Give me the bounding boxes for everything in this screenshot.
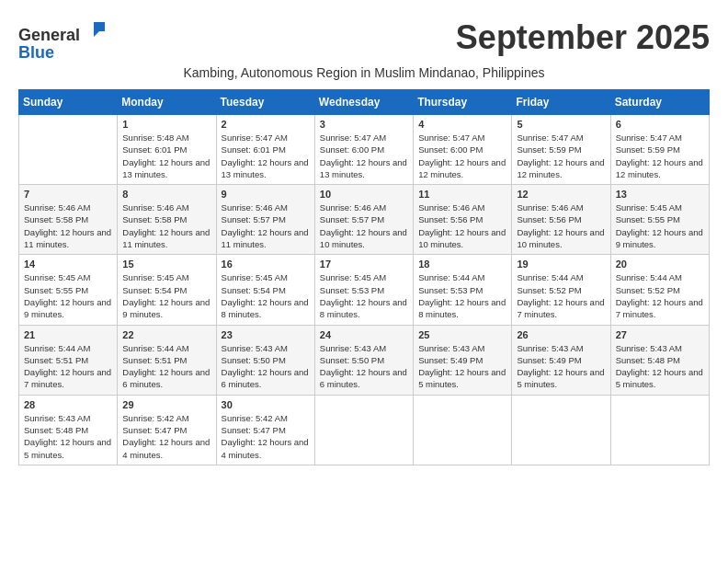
day-info: Sunrise: 5:44 AMSunset: 5:51 PMDaylight:… xyxy=(24,342,112,391)
day-info: Sunrise: 5:47 AMSunset: 6:00 PMDaylight:… xyxy=(320,132,408,180)
calendar-week-row: 1Sunrise: 5:48 AMSunset: 6:01 PMDaylight… xyxy=(19,115,710,185)
day-of-week-header: Friday xyxy=(512,90,610,115)
calendar-day-cell: 21Sunrise: 5:44 AMSunset: 5:51 PMDayligh… xyxy=(19,325,118,395)
calendar-day-cell xyxy=(314,395,413,465)
calendar-day-cell: 15Sunrise: 5:45 AMSunset: 5:54 PMDayligh… xyxy=(118,255,216,325)
calendar-day-cell: 11Sunrise: 5:46 AMSunset: 5:56 PMDayligh… xyxy=(414,185,512,255)
day-info: Sunrise: 5:46 AMSunset: 5:56 PMDaylight:… xyxy=(418,201,506,250)
calendar-week-row: 21Sunrise: 5:44 AMSunset: 5:51 PMDayligh… xyxy=(19,325,710,395)
calendar-day-cell: 17Sunrise: 5:45 AMSunset: 5:53 PMDayligh… xyxy=(314,255,413,325)
day-number: 30 xyxy=(222,399,310,410)
calendar-day-cell: 5Sunrise: 5:47 AMSunset: 5:59 PMDaylight… xyxy=(512,115,610,185)
day-number: 10 xyxy=(320,189,408,200)
day-number: 16 xyxy=(222,259,310,270)
calendar-day-cell: 28Sunrise: 5:43 AMSunset: 5:48 PMDayligh… xyxy=(19,395,118,465)
calendar-day-cell: 9Sunrise: 5:46 AMSunset: 5:57 PMDaylight… xyxy=(216,185,314,255)
day-number: 11 xyxy=(418,189,506,200)
day-number: 20 xyxy=(616,259,704,270)
day-number: 9 xyxy=(222,189,310,200)
calendar-day-cell: 8Sunrise: 5:46 AMSunset: 5:58 PMDaylight… xyxy=(118,185,216,255)
day-info: Sunrise: 5:43 AMSunset: 5:50 PMDaylight:… xyxy=(222,342,310,391)
day-number: 7 xyxy=(24,189,112,200)
day-of-week-header: Tuesday xyxy=(216,90,314,115)
day-number: 5 xyxy=(517,119,605,130)
calendar-day-cell xyxy=(414,395,512,465)
calendar-day-cell: 12Sunrise: 5:46 AMSunset: 5:56 PMDayligh… xyxy=(512,185,610,255)
day-number: 27 xyxy=(616,329,704,340)
day-info: Sunrise: 5:45 AMSunset: 5:55 PMDaylight:… xyxy=(616,201,704,250)
calendar-day-cell xyxy=(610,395,709,465)
day-info: Sunrise: 5:46 AMSunset: 5:58 PMDaylight:… xyxy=(122,201,210,250)
calendar-day-cell: 26Sunrise: 5:43 AMSunset: 5:49 PMDayligh… xyxy=(512,325,610,395)
day-info: Sunrise: 5:43 AMSunset: 5:49 PMDaylight:… xyxy=(418,342,506,391)
day-info: Sunrise: 5:43 AMSunset: 5:48 PMDaylight:… xyxy=(616,342,704,391)
day-of-week-header: Monday xyxy=(118,90,216,115)
day-of-week-header: Wednesday xyxy=(314,90,413,115)
day-number: 24 xyxy=(320,329,408,340)
day-number: 12 xyxy=(517,189,605,200)
day-number: 13 xyxy=(616,189,704,200)
day-number: 23 xyxy=(222,329,310,340)
calendar-day-cell: 6Sunrise: 5:47 AMSunset: 5:59 PMDaylight… xyxy=(610,115,709,185)
day-info: Sunrise: 5:42 AMSunset: 5:47 PMDaylight:… xyxy=(122,412,210,461)
day-number: 25 xyxy=(418,329,506,340)
day-number: 8 xyxy=(122,189,210,200)
day-info: Sunrise: 5:45 AMSunset: 5:54 PMDaylight:… xyxy=(122,271,210,320)
logo-general: General xyxy=(18,26,80,44)
calendar-week-row: 14Sunrise: 5:45 AMSunset: 5:55 PMDayligh… xyxy=(19,255,710,325)
day-info: Sunrise: 5:44 AMSunset: 5:52 PMDaylight:… xyxy=(517,271,605,320)
svg-marker-0 xyxy=(94,22,105,37)
day-info: Sunrise: 5:42 AMSunset: 5:47 PMDaylight:… xyxy=(222,412,310,461)
day-number: 28 xyxy=(24,399,112,410)
day-number: 18 xyxy=(418,259,506,270)
day-info: Sunrise: 5:45 AMSunset: 5:53 PMDaylight:… xyxy=(320,271,408,320)
day-info: Sunrise: 5:44 AMSunset: 5:51 PMDaylight:… xyxy=(122,342,210,391)
calendar-day-cell: 4Sunrise: 5:47 AMSunset: 6:00 PMDaylight… xyxy=(414,115,512,185)
day-number: 1 xyxy=(122,119,210,130)
day-number: 26 xyxy=(517,329,605,340)
day-info: Sunrise: 5:48 AMSunset: 6:01 PMDaylight:… xyxy=(122,132,210,180)
day-info: Sunrise: 5:46 AMSunset: 5:57 PMDaylight:… xyxy=(320,201,408,250)
day-number: 21 xyxy=(24,329,112,340)
day-of-week-header: Saturday xyxy=(610,90,709,115)
day-info: Sunrise: 5:45 AMSunset: 5:54 PMDaylight:… xyxy=(222,271,310,320)
calendar-week-row: 7Sunrise: 5:46 AMSunset: 5:58 PMDaylight… xyxy=(19,185,710,255)
calendar-table: SundayMondayTuesdayWednesdayThursdayFrid… xyxy=(18,89,710,465)
calendar-day-cell: 10Sunrise: 5:46 AMSunset: 5:57 PMDayligh… xyxy=(314,185,413,255)
day-number: 14 xyxy=(24,259,112,270)
day-info: Sunrise: 5:45 AMSunset: 5:55 PMDaylight:… xyxy=(24,271,112,320)
calendar-day-cell: 14Sunrise: 5:45 AMSunset: 5:55 PMDayligh… xyxy=(19,255,118,325)
calendar-day-cell: 23Sunrise: 5:43 AMSunset: 5:50 PMDayligh… xyxy=(216,325,314,395)
calendar-day-cell: 30Sunrise: 5:42 AMSunset: 5:47 PMDayligh… xyxy=(216,395,314,465)
calendar-day-cell: 16Sunrise: 5:45 AMSunset: 5:54 PMDayligh… xyxy=(216,255,314,325)
location-subtitle: Kambing, Autonomous Region in Muslim Min… xyxy=(18,65,710,80)
day-info: Sunrise: 5:47 AMSunset: 5:59 PMDaylight:… xyxy=(616,132,704,180)
calendar-header-row: SundayMondayTuesdayWednesdayThursdayFrid… xyxy=(19,90,710,115)
day-number: 22 xyxy=(122,329,210,340)
day-number: 19 xyxy=(517,259,605,270)
day-info: Sunrise: 5:43 AMSunset: 5:50 PMDaylight:… xyxy=(320,342,408,391)
day-number: 15 xyxy=(122,259,210,270)
day-info: Sunrise: 5:47 AMSunset: 6:00 PMDaylight:… xyxy=(418,132,506,180)
logo-blue: Blue xyxy=(18,43,54,62)
day-info: Sunrise: 5:44 AMSunset: 5:53 PMDaylight:… xyxy=(418,271,506,320)
calendar-day-cell: 1Sunrise: 5:48 AMSunset: 6:01 PMDaylight… xyxy=(118,115,216,185)
page-header: General Blue September 2025 xyxy=(18,18,710,62)
calendar-day-cell: 24Sunrise: 5:43 AMSunset: 5:50 PMDayligh… xyxy=(314,325,413,395)
day-info: Sunrise: 5:46 AMSunset: 5:58 PMDaylight:… xyxy=(24,201,112,250)
day-info: Sunrise: 5:43 AMSunset: 5:49 PMDaylight:… xyxy=(517,342,605,391)
calendar-day-cell: 13Sunrise: 5:45 AMSunset: 5:55 PMDayligh… xyxy=(610,185,709,255)
day-info: Sunrise: 5:47 AMSunset: 6:01 PMDaylight:… xyxy=(222,132,310,180)
day-info: Sunrise: 5:46 AMSunset: 5:57 PMDaylight:… xyxy=(222,201,310,250)
logo-icon xyxy=(86,18,108,40)
calendar-day-cell xyxy=(512,395,610,465)
day-number: 29 xyxy=(122,399,210,410)
day-number: 6 xyxy=(616,119,704,130)
day-info: Sunrise: 5:44 AMSunset: 5:52 PMDaylight:… xyxy=(616,271,704,320)
day-of-week-header: Sunday xyxy=(19,90,118,115)
day-number: 2 xyxy=(222,119,310,130)
day-info: Sunrise: 5:46 AMSunset: 5:56 PMDaylight:… xyxy=(517,201,605,250)
calendar-day-cell: 2Sunrise: 5:47 AMSunset: 6:01 PMDaylight… xyxy=(216,115,314,185)
day-of-week-header: Thursday xyxy=(414,90,512,115)
calendar-day-cell: 27Sunrise: 5:43 AMSunset: 5:48 PMDayligh… xyxy=(610,325,709,395)
